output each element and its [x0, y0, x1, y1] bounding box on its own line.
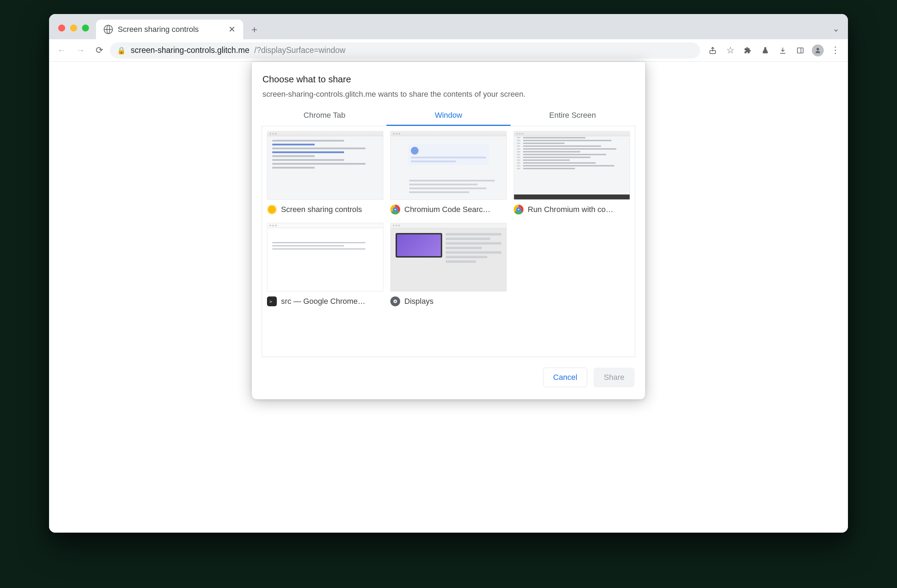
window-grid: Screen sharing controls Chromium Code Se… — [262, 126, 635, 357]
tab-window[interactable]: Window — [386, 105, 511, 126]
terminal-icon — [267, 297, 277, 306]
window-thumbnail — [514, 131, 630, 200]
new-tab-button[interactable]: ＋ — [246, 22, 262, 37]
sidepanel-icon[interactable] — [792, 42, 809, 59]
close-window-button[interactable] — [58, 24, 65, 32]
window-label: Screen sharing controls — [281, 205, 362, 214]
window-label: Run Chromium with co… — [528, 205, 614, 214]
profile-avatar[interactable] — [810, 42, 826, 59]
downloads-icon[interactable] — [775, 42, 791, 59]
forward-button[interactable]: → — [72, 42, 89, 59]
toolbar: ← → ⟳ 🔒 screen-sharing-controls.glitch.m… — [49, 39, 848, 62]
window-label: Displays — [404, 297, 433, 306]
tabs-menu-button[interactable]: ⌄ — [829, 22, 843, 36]
labs-icon[interactable] — [757, 42, 774, 59]
menu-button[interactable]: ⋮ — [827, 42, 844, 59]
bookmark-icon[interactable]: ☆ — [722, 42, 739, 59]
address-bar[interactable]: 🔒 screen-sharing-controls.glitch.me/?dis… — [110, 42, 700, 58]
chrome-icon — [390, 205, 400, 214]
browser-window: Screen sharing controls ✕ ＋ ⌄ ← → ⟳ 🔒 sc… — [49, 14, 848, 533]
toolbar-actions: ☆ ⋮ — [702, 42, 844, 59]
reload-button[interactable]: ⟳ — [91, 42, 108, 59]
window-thumbnail — [390, 131, 507, 200]
chrome-icon — [514, 205, 524, 214]
window-label: Chromium Code Searc… — [404, 205, 491, 214]
window-option[interactable]: src — Google Chrome… — [267, 223, 383, 306]
source-type-tabs: Chrome Tab Window Entire Screen — [262, 105, 635, 126]
tab-chrome-tab[interactable]: Chrome Tab — [262, 105, 386, 126]
url-path: /?displaySurface=window — [254, 46, 346, 55]
share-button[interactable]: Share — [594, 368, 635, 387]
cancel-button[interactable]: Cancel — [543, 368, 587, 387]
window-thumbnail — [267, 223, 383, 291]
page-content: Choose what to share screen-sharing-cont… — [49, 62, 848, 533]
window-label: src — Google Chrome… — [281, 297, 366, 306]
chrome-canary-icon — [267, 205, 277, 214]
window-thumbnail — [390, 223, 507, 291]
window-option[interactable]: Displays — [390, 223, 507, 306]
settings-icon — [390, 297, 400, 306]
maximize-window-button[interactable] — [82, 24, 89, 32]
window-option[interactable]: Chromium Code Searc… — [390, 131, 507, 214]
globe-icon — [104, 25, 113, 34]
extensions-icon[interactable] — [739, 42, 756, 59]
tab-entire-screen[interactable]: Entire Screen — [511, 105, 635, 126]
dialog-actions: Cancel Share — [252, 357, 645, 392]
share-picker-dialog: Choose what to share screen-sharing-cont… — [252, 62, 645, 400]
dialog-subtitle: screen-sharing-controls.glitch.me wants … — [252, 88, 645, 105]
window-thumbnail — [267, 131, 383, 200]
window-option[interactable]: Screen sharing controls — [267, 131, 383, 214]
share-icon[interactable] — [704, 42, 721, 59]
tab-title: Screen sharing controls — [118, 25, 222, 34]
minimize-window-button[interactable] — [70, 24, 77, 32]
close-tab-button[interactable]: ✕ — [227, 24, 237, 34]
window-controls — [54, 24, 93, 39]
svg-rect-1 — [798, 47, 804, 53]
tab-strip: Screen sharing controls ✕ ＋ ⌄ — [49, 14, 848, 39]
lock-icon: 🔒 — [117, 46, 126, 55]
back-button[interactable]: ← — [53, 42, 70, 59]
browser-tab[interactable]: Screen sharing controls ✕ — [96, 20, 243, 39]
dialog-title: Choose what to share — [252, 62, 645, 88]
window-option[interactable]: Run Chromium with co… — [514, 131, 630, 214]
url-host: screen-sharing-controls.glitch.me — [131, 46, 250, 55]
